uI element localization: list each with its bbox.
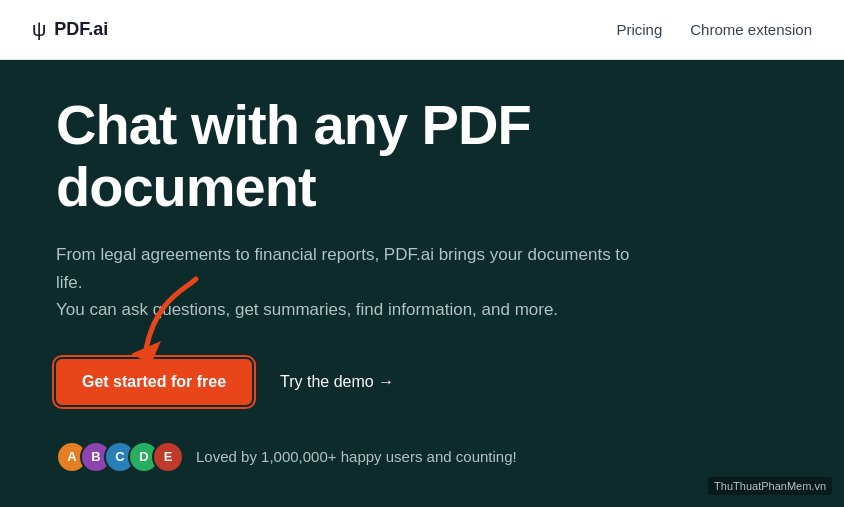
avatars: A B C D E: [56, 441, 184, 473]
watermark: ThuThuatPhanMem.vn: [708, 477, 832, 495]
get-started-button[interactable]: Get started for free: [56, 359, 252, 405]
hero-section: Chat with any PDF document From legal ag…: [0, 60, 844, 507]
social-proof: A B C D E Loved by 1,000,000+ happy user…: [56, 441, 788, 473]
try-demo-link[interactable]: Try the demo →: [280, 373, 394, 391]
logo-area: ψ PDF.ai: [32, 18, 108, 41]
hero-title: Chat with any PDF document: [56, 94, 788, 217]
hero-subtitle: From legal agreements to financial repor…: [56, 241, 656, 323]
social-proof-text: Loved by 1,000,000+ happy users and coun…: [196, 448, 517, 465]
avatar: E: [152, 441, 184, 473]
logo-icon: ψ: [32, 18, 46, 41]
hero-subtitle-line2: You can ask questions, get summaries, fi…: [56, 296, 656, 323]
hero-subtitle-line1: From legal agreements to financial repor…: [56, 241, 656, 295]
header: ψ PDF.ai Pricing Chrome extension: [0, 0, 844, 60]
logo-text: PDF.ai: [54, 19, 108, 40]
nav-links: Pricing Chrome extension: [616, 21, 812, 38]
cta-row: Get started for free Try the demo →: [56, 359, 788, 405]
nav-chrome-extension[interactable]: Chrome extension: [690, 21, 812, 38]
nav-pricing[interactable]: Pricing: [616, 21, 662, 38]
